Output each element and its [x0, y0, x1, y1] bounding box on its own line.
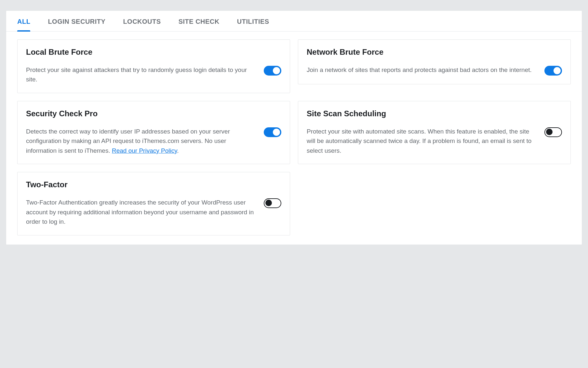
settings-panel: ALL LOGIN SECURITY LOCKOUTS SITE CHECK U…: [6, 10, 582, 245]
tabs-bar: ALL LOGIN SECURITY LOCKOUTS SITE CHECK U…: [6, 11, 582, 32]
toggle-security-check-pro[interactable]: [264, 127, 281, 137]
card-description: Protect your site with automated site sc…: [307, 127, 537, 155]
toggle-knob: [273, 67, 280, 74]
desc-suffix: .: [177, 147, 179, 154]
card-title: Network Brute Force: [307, 48, 562, 57]
toggle-two-factor[interactable]: [264, 198, 281, 208]
card-body: Protect your site with automated site sc…: [307, 127, 562, 155]
card-local-brute-force: Local Brute Force Protect your site agai…: [17, 39, 290, 93]
toggle-knob: [554, 67, 561, 74]
card-site-scan-scheduling: Site Scan Scheduling Protect your site w…: [298, 101, 571, 164]
privacy-policy-link[interactable]: Read our Privacy Policy: [112, 147, 177, 154]
tab-utilities[interactable]: UTILITIES: [237, 11, 269, 31]
card-body: Two-Factor Authentication greatly increa…: [26, 198, 281, 226]
toggle-knob: [273, 129, 280, 136]
tab-site-check[interactable]: SITE CHECK: [179, 11, 220, 31]
card-title: Two-Factor: [26, 180, 281, 189]
card-body: Detects the correct way to identify user…: [26, 127, 281, 155]
toggle-knob: [546, 129, 553, 135]
tab-login-security[interactable]: LOGIN SECURITY: [48, 11, 105, 31]
card-network-brute-force: Network Brute Force Join a network of si…: [298, 39, 571, 84]
card-two-factor: Two-Factor Two-Factor Authentication gre…: [17, 172, 290, 235]
card-description: Join a network of sites that reports and…: [307, 65, 537, 75]
card-title: Local Brute Force: [26, 48, 281, 57]
toggle-knob: [265, 200, 272, 206]
cards-grid: Local Brute Force Protect your site agai…: [6, 32, 582, 245]
card-title: Security Check Pro: [26, 109, 281, 118]
tab-lockouts[interactable]: LOCKOUTS: [123, 11, 161, 31]
card-description: Protect your site against attackers that…: [26, 65, 256, 84]
card-description: Two-Factor Authentication greatly increa…: [26, 198, 256, 226]
tab-all[interactable]: ALL: [17, 11, 30, 31]
toggle-local-brute-force[interactable]: [264, 66, 281, 76]
toggle-network-brute-force[interactable]: [544, 66, 562, 76]
card-title: Site Scan Scheduling: [307, 109, 562, 118]
card-body: Join a network of sites that reports and…: [307, 65, 562, 76]
card-description: Detects the correct way to identify user…: [26, 127, 256, 155]
card-security-check-pro: Security Check Pro Detects the correct w…: [17, 101, 290, 164]
card-body: Protect your site against attackers that…: [26, 65, 281, 84]
toggle-site-scan-scheduling[interactable]: [544, 127, 562, 137]
